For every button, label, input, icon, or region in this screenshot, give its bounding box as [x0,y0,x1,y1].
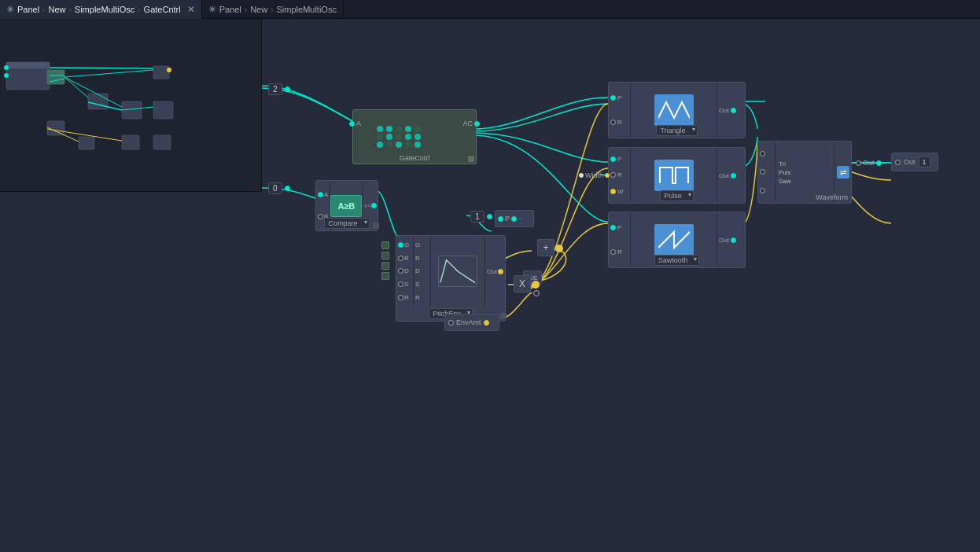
sawtooth-wave-icon [654,224,694,256]
triangle-node[interactable]: P R Out [608,82,746,138]
gate-dot-13 [396,142,402,148]
sawtooth-port-r[interactable] [610,249,616,255]
gate-dot-5 [414,126,421,132]
gatecntrl-port-a-in[interactable] [349,121,355,127]
waveform-label-saw: Saw [779,178,831,185]
p-node-port-out[interactable] [511,216,517,222]
tab1-close-button[interactable]: ✕ [187,4,195,15]
pitchenv-port-s[interactable] [398,282,403,287]
triangle-wave-icon [654,94,694,126]
pitchenv-toggle[interactable] [500,313,507,319]
width-label: Width [585,171,603,179]
waveform-node-label: Waveform [816,193,848,201]
tab-simplemultiosc[interactable]: ✳ Panel › New › SimpleMultiOsc [202,0,344,19]
waveform-port-out[interactable] [856,160,861,166]
mult-out-port[interactable] [532,281,540,289]
envamt-port-in[interactable] [448,320,454,326]
sawtooth-port-p[interactable] [610,225,616,230]
pitchenv-right-s: S [415,281,429,288]
pitchenv-port-r[interactable] [398,256,403,261]
waveform-label-puls: Puls [779,169,831,176]
width-port-left[interactable] [579,173,584,178]
waveform-switch-icon[interactable]: ⇌ [837,166,849,178]
tab2-icon: ✳ [208,4,216,15]
pulse-port-out[interactable] [731,173,736,178]
waveform-port-saw-in[interactable] [760,188,765,193]
pulse-dropdown[interactable]: Pulse [660,190,694,201]
triangle-port-p[interactable] [610,95,616,101]
gate-dot-11 [377,142,383,148]
gate-cntrl-node[interactable]: A AC [352,109,477,164]
adsr-a[interactable] [381,241,389,249]
svg-rect-1 [6,62,50,68]
gatecntrl-node-label: GateCntrl [353,154,476,162]
input-2-badge: 2 [268,83,290,95]
plus-node[interactable]: + [537,239,554,256]
waveform-port-puls-in[interactable] [760,169,765,175]
svg-point-23 [167,68,171,72]
pitchenv-port-g[interactable] [398,242,403,248]
final-out-port-in[interactable] [895,160,901,165]
pitchenv-port-r2[interactable] [398,295,403,300]
compare-dropdown[interactable]: Compare [324,218,369,229]
pitchenv-node[interactable]: G R D S R [396,235,506,322]
compare-node[interactable]: A B A≥B <= Compare [315,180,378,231]
tab1-icon: ✳ [6,4,14,15]
compare-port-a[interactable] [318,192,323,197]
gate-dot-12 [386,142,392,148]
waveform-node[interactable]: Tri Puls Saw ⇌ Waveform [757,141,852,204]
sawtooth-port-out[interactable] [731,237,736,243]
svg-rect-4 [153,66,169,79]
gate-dot-3 [396,126,402,132]
triangle-port-out[interactable] [731,108,736,113]
gatecntrl-label-a: A [356,120,361,127]
triangle-label-p: P [617,94,621,101]
p-node[interactable]: P [495,210,534,227]
input-0-port[interactable] [285,186,290,191]
compare-display: A≥B [330,195,362,217]
width-port-right[interactable] [605,173,610,178]
waveform-out-label: Out [863,159,875,167]
final-out-node[interactable]: Out 1 [891,153,938,171]
tab1-multiosc: SimpleMultiOsc [75,5,134,14]
waveform-out-port2[interactable] [876,160,882,166]
input-2-port[interactable] [285,86,290,92]
canvas-area: 2 0 1 A [0,19,980,552]
input-1-port[interactable] [487,214,492,219]
sawtooth-node[interactable]: P R Out [608,212,746,268]
main-canvas: 2 0 1 A [262,19,980,552]
gate-dot-8 [396,134,402,140]
waveform-label-tri: Tri [779,160,831,167]
pulse-port-r[interactable] [610,172,616,178]
pitchenv-port-out[interactable] [498,269,503,274]
envamt-node[interactable]: EnvAmt [444,314,499,331]
triangle-dropdown[interactable]: Triangle [656,125,697,136]
adsr-indicators [381,241,389,280]
waveform-port-tri-in[interactable] [760,151,765,156]
pitchenv-right-d: D [415,267,429,274]
adsr-r[interactable] [381,272,389,280]
pulse-node[interactable]: P R W [608,147,746,204]
tab1-new: New [48,5,65,14]
gatecntrl-toggle[interactable] [468,156,474,162]
tab-gatecntrl[interactable]: ✳ Panel › New › SimpleMultiOsc › GateCnt… [0,0,202,19]
adsr-s[interactable] [381,262,389,270]
triangle-port-r[interactable] [610,120,616,125]
mult-in-port[interactable] [533,290,540,296]
mult-node[interactable]: X [514,275,531,293]
minimap[interactable] [0,19,262,192]
gatecntrl-port-ac-out[interactable] [474,121,480,127]
adsr-d[interactable] [381,252,389,259]
sawtooth-dropdown[interactable]: Sawtooth [654,255,700,266]
pitchenv-port-d[interactable] [398,268,403,274]
pulse-label-p: P [617,156,621,163]
compare-toggle[interactable] [373,223,379,229]
envamt-port-out[interactable] [484,320,489,326]
gate-dot-6 [377,134,383,140]
pulse-port-p[interactable] [610,156,616,162]
p-node-value [518,218,523,219]
pitchenv-waveform-svg [439,256,477,287]
compare-port-ge[interactable] [371,203,377,208]
plus-out-port[interactable] [555,245,563,252]
p-node-port-in[interactable] [498,216,503,222]
